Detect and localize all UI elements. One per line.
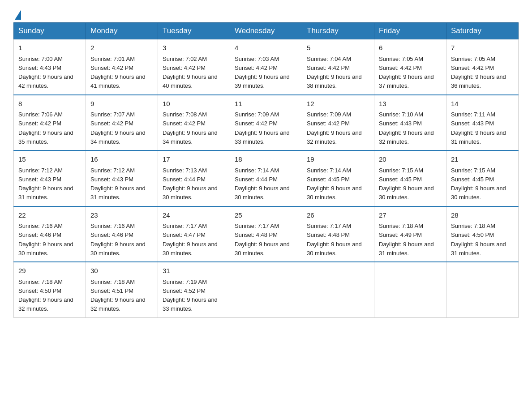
day-number: 23 <box>90 210 153 221</box>
calendar-cell: 15 Sunrise: 7:12 AMSunset: 4:43 PMDaylig… <box>14 150 86 206</box>
day-info: Sunrise: 7:00 AMSunset: 4:43 PMDaylight:… <box>18 56 73 90</box>
calendar-cell <box>230 262 302 317</box>
header-day-saturday: Saturday <box>446 23 519 39</box>
day-info: Sunrise: 7:17 AMSunset: 4:48 PMDaylight:… <box>307 223 362 257</box>
day-info: Sunrise: 7:03 AMSunset: 4:42 PMDaylight:… <box>235 56 290 90</box>
calendar-week-1: 1 Sunrise: 7:00 AMSunset: 4:43 PMDayligh… <box>14 39 519 95</box>
day-number: 2 <box>90 43 153 53</box>
calendar-week-3: 15 Sunrise: 7:12 AMSunset: 4:43 PMDaylig… <box>14 150 519 206</box>
calendar-cell: 1 Sunrise: 7:00 AMSunset: 4:43 PMDayligh… <box>14 39 86 95</box>
day-info: Sunrise: 7:18 AMSunset: 4:49 PMDaylight:… <box>379 223 434 257</box>
day-info: Sunrise: 7:15 AMSunset: 4:45 PMDaylight:… <box>451 167 506 201</box>
calendar-cell: 24 Sunrise: 7:17 AMSunset: 4:47 PMDaylig… <box>158 206 230 262</box>
calendar-cell <box>302 262 374 317</box>
calendar-cell: 10 Sunrise: 7:08 AMSunset: 4:42 PMDaylig… <box>158 95 230 151</box>
day-number: 29 <box>18 266 81 276</box>
header-day-wednesday: Wednesday <box>230 23 302 39</box>
calendar-cell: 12 Sunrise: 7:09 AMSunset: 4:42 PMDaylig… <box>302 95 374 151</box>
day-number: 22 <box>18 210 81 221</box>
logo-triangle-icon <box>15 10 21 20</box>
header <box>13 9 519 18</box>
day-number: 6 <box>379 43 442 53</box>
day-number: 30 <box>90 266 153 276</box>
day-info: Sunrise: 7:06 AMSunset: 4:42 PMDaylight:… <box>18 111 73 145</box>
day-number: 24 <box>163 210 225 221</box>
day-info: Sunrise: 7:09 AMSunset: 4:42 PMDaylight:… <box>235 111 290 145</box>
day-number: 16 <box>90 154 153 165</box>
day-number: 31 <box>163 266 225 276</box>
calendar-cell: 5 Sunrise: 7:04 AMSunset: 4:42 PMDayligh… <box>302 39 374 95</box>
calendar-cell: 7 Sunrise: 7:05 AMSunset: 4:42 PMDayligh… <box>446 39 519 95</box>
calendar-table: SundayMondayTuesdayWednesdayThursdayFrid… <box>13 22 519 318</box>
header-day-monday: Monday <box>86 23 158 39</box>
day-number: 18 <box>235 154 297 165</box>
calendar-cell: 14 Sunrise: 7:11 AMSunset: 4:43 PMDaylig… <box>446 95 519 151</box>
calendar-cell: 28 Sunrise: 7:18 AMSunset: 4:50 PMDaylig… <box>446 206 519 262</box>
day-info: Sunrise: 7:14 AMSunset: 4:44 PMDaylight:… <box>235 167 290 201</box>
day-number: 13 <box>379 99 442 109</box>
day-number: 14 <box>451 99 514 109</box>
day-number: 28 <box>451 210 514 221</box>
calendar-cell: 13 Sunrise: 7:10 AMSunset: 4:43 PMDaylig… <box>374 95 446 151</box>
header-day-friday: Friday <box>374 23 446 39</box>
calendar-header-row: SundayMondayTuesdayWednesdayThursdayFrid… <box>14 23 519 39</box>
day-number: 21 <box>451 154 514 165</box>
day-info: Sunrise: 7:16 AMSunset: 4:46 PMDaylight:… <box>18 223 73 257</box>
day-number: 11 <box>235 99 297 109</box>
calendar-cell: 19 Sunrise: 7:14 AMSunset: 4:45 PMDaylig… <box>302 150 374 206</box>
calendar-cell: 29 Sunrise: 7:18 AMSunset: 4:50 PMDaylig… <box>14 262 86 317</box>
day-info: Sunrise: 7:16 AMSunset: 4:46 PMDaylight:… <box>90 223 146 257</box>
day-info: Sunrise: 7:10 AMSunset: 4:43 PMDaylight:… <box>379 111 434 145</box>
day-number: 19 <box>307 154 369 165</box>
day-info: Sunrise: 7:02 AMSunset: 4:42 PMDaylight:… <box>163 56 218 90</box>
day-info: Sunrise: 7:18 AMSunset: 4:51 PMDaylight:… <box>90 278 146 313</box>
day-number: 9 <box>90 99 153 109</box>
day-info: Sunrise: 7:05 AMSunset: 4:42 PMDaylight:… <box>451 56 506 90</box>
day-info: Sunrise: 7:15 AMSunset: 4:45 PMDaylight:… <box>379 167 434 201</box>
day-number: 27 <box>379 210 442 221</box>
day-info: Sunrise: 7:13 AMSunset: 4:44 PMDaylight:… <box>163 167 218 201</box>
day-info: Sunrise: 7:18 AMSunset: 4:50 PMDaylight:… <box>18 278 73 313</box>
calendar-cell: 3 Sunrise: 7:02 AMSunset: 4:42 PMDayligh… <box>158 39 230 95</box>
calendar-cell: 26 Sunrise: 7:17 AMSunset: 4:48 PMDaylig… <box>302 206 374 262</box>
day-number: 4 <box>235 43 297 53</box>
day-number: 25 <box>235 210 297 221</box>
calendar-cell: 25 Sunrise: 7:17 AMSunset: 4:48 PMDaylig… <box>230 206 302 262</box>
day-info: Sunrise: 7:19 AMSunset: 4:52 PMDaylight:… <box>163 278 218 313</box>
day-info: Sunrise: 7:05 AMSunset: 4:42 PMDaylight:… <box>379 56 434 90</box>
day-info: Sunrise: 7:17 AMSunset: 4:47 PMDaylight:… <box>163 223 218 257</box>
calendar-cell: 21 Sunrise: 7:15 AMSunset: 4:45 PMDaylig… <box>446 150 519 206</box>
calendar-cell: 2 Sunrise: 7:01 AMSunset: 4:42 PMDayligh… <box>86 39 158 95</box>
day-info: Sunrise: 7:18 AMSunset: 4:50 PMDaylight:… <box>451 223 506 257</box>
day-number: 20 <box>379 154 442 165</box>
day-number: 26 <box>307 210 369 221</box>
calendar-cell: 17 Sunrise: 7:13 AMSunset: 4:44 PMDaylig… <box>158 150 230 206</box>
day-number: 12 <box>307 99 369 109</box>
calendar-cell <box>446 262 519 317</box>
day-info: Sunrise: 7:14 AMSunset: 4:45 PMDaylight:… <box>307 167 362 201</box>
day-info: Sunrise: 7:01 AMSunset: 4:42 PMDaylight:… <box>90 56 146 90</box>
day-info: Sunrise: 7:12 AMSunset: 4:43 PMDaylight:… <box>90 167 146 201</box>
header-day-thursday: Thursday <box>302 23 374 39</box>
header-day-sunday: Sunday <box>14 23 86 39</box>
calendar-cell: 27 Sunrise: 7:18 AMSunset: 4:49 PMDaylig… <box>374 206 446 262</box>
calendar-cell: 11 Sunrise: 7:09 AMSunset: 4:42 PMDaylig… <box>230 95 302 151</box>
day-info: Sunrise: 7:17 AMSunset: 4:48 PMDaylight:… <box>235 223 290 257</box>
day-info: Sunrise: 7:12 AMSunset: 4:43 PMDaylight:… <box>18 167 73 201</box>
day-info: Sunrise: 7:09 AMSunset: 4:42 PMDaylight:… <box>307 111 362 145</box>
calendar-cell: 30 Sunrise: 7:18 AMSunset: 4:51 PMDaylig… <box>86 262 158 317</box>
day-info: Sunrise: 7:07 AMSunset: 4:42 PMDaylight:… <box>90 111 146 145</box>
day-number: 15 <box>18 154 81 165</box>
calendar-cell: 31 Sunrise: 7:19 AMSunset: 4:52 PMDaylig… <box>158 262 230 317</box>
calendar-week-2: 8 Sunrise: 7:06 AMSunset: 4:42 PMDayligh… <box>14 95 519 151</box>
header-day-tuesday: Tuesday <box>158 23 230 39</box>
day-info: Sunrise: 7:11 AMSunset: 4:43 PMDaylight:… <box>451 111 506 145</box>
calendar-week-5: 29 Sunrise: 7:18 AMSunset: 4:50 PMDaylig… <box>14 262 519 317</box>
calendar-cell: 23 Sunrise: 7:16 AMSunset: 4:46 PMDaylig… <box>86 206 158 262</box>
calendar-cell: 16 Sunrise: 7:12 AMSunset: 4:43 PMDaylig… <box>86 150 158 206</box>
calendar-cell: 20 Sunrise: 7:15 AMSunset: 4:45 PMDaylig… <box>374 150 446 206</box>
calendar-cell: 22 Sunrise: 7:16 AMSunset: 4:46 PMDaylig… <box>14 206 86 262</box>
calendar-cell: 9 Sunrise: 7:07 AMSunset: 4:42 PMDayligh… <box>86 95 158 151</box>
calendar-cell <box>374 262 446 317</box>
day-number: 17 <box>163 154 225 165</box>
